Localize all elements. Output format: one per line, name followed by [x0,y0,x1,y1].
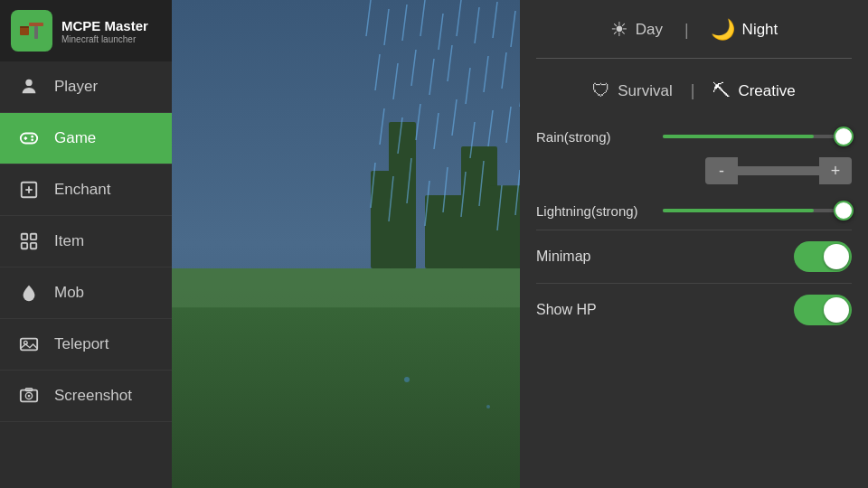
svg-point-7 [31,136,33,138]
svg-line-32 [366,0,371,36]
enchant-label: Enchant [54,181,110,199]
svg-line-81 [515,170,520,215]
svg-line-34 [402,5,407,41]
svg-line-51 [448,45,452,81]
rain-label: Rain(strong) [536,129,654,145]
sidebar-item-mob[interactable]: Mob [0,267,172,319]
survival-option[interactable]: 🛡 Survival [578,75,686,107]
svg-point-4 [25,80,32,86]
svg-rect-1 [29,23,43,26]
rain-fill [663,135,814,138]
item-label: Item [54,232,84,250]
grid-icon [16,229,42,254]
svg-line-67 [506,107,511,143]
svg-line-78 [461,172,466,217]
svg-rect-15 [31,234,36,239]
survival-creative-row: 🛡 Survival | ⛏ Creative [536,68,852,117]
svg-rect-28 [389,122,416,268]
svg-line-52 [466,68,470,104]
separator-1 [536,58,852,59]
logo-area: MCPE Master Minecraft launcher [0,0,172,61]
moon-icon: 🌙 [711,18,735,42]
sidebar-item-screenshot[interactable]: Screenshot [0,371,172,422]
svg-line-63 [434,113,439,149]
night-label: Night [742,21,778,39]
rain-slider[interactable] [663,127,852,146]
survival-label: Survival [618,82,672,100]
svg-line-49 [411,50,416,86]
svg-line-54 [502,52,506,89]
svg-line-76 [425,181,429,226]
rain-thumb[interactable] [834,127,854,146]
stepper-plus-button[interactable]: + [819,157,852,184]
svg-line-53 [484,56,488,92]
sidebar-item-item[interactable]: Item [0,216,172,267]
svg-line-64 [452,99,457,136]
svg-line-36 [439,14,443,50]
lightning-track [663,209,852,212]
lightning-label: Lightning(strong) [536,203,654,219]
creative-option[interactable]: ⛏ Creative [698,75,809,107]
app-subtitle: Minecraft launcher [61,34,148,44]
minimap-label: Minimap [536,249,794,265]
svg-rect-29 [425,195,479,268]
shield-icon: 🛡 [592,80,610,101]
svg-rect-30 [461,146,497,268]
day-night-row: ☀ Day | 🌙 Night [536,0,852,56]
svg-line-60 [380,108,384,145]
stepper-display [738,166,819,175]
svg-line-77 [443,167,448,212]
day-night-divider: | [681,21,693,40]
plus-box-icon [16,177,42,202]
lightning-thumb[interactable] [834,201,854,221]
picture-icon [16,332,42,357]
svg-line-50 [429,59,434,95]
rain-row: Rain(strong) [536,117,852,155]
app-title: MCPE Master [61,18,148,34]
svg-line-65 [470,122,475,158]
stepper-minus-button[interactable]: - [705,157,738,184]
minimap-row: Minimap [536,230,852,283]
svg-line-35 [420,0,425,36]
svg-line-37 [457,0,461,36]
drop-icon [16,280,42,305]
svg-rect-2 [34,26,38,39]
svg-rect-17 [31,243,36,249]
game-background [172,0,520,488]
lightning-slider[interactable] [663,201,852,221]
minimap-toggle-knob [824,244,849,269]
sidebar-item-player[interactable]: Player [0,61,172,113]
person-icon [16,74,42,99]
svg-line-74 [389,176,393,221]
svg-line-61 [398,117,402,154]
lightning-row: Lightning(strong) [536,192,852,230]
night-option[interactable]: 🌙 Night [693,13,797,47]
show-hp-label: Show HP [536,302,794,318]
svg-rect-27 [371,171,416,268]
show-hp-row: Show HP [536,283,852,336]
show-hp-toggle[interactable] [794,295,852,325]
svg-line-75 [407,158,411,203]
game-view [172,0,520,488]
svg-line-79 [479,161,484,206]
screenshot-icon [16,383,42,408]
svg-point-8 [31,138,33,141]
minimap-toggle[interactable] [794,241,852,272]
svg-line-40 [511,11,515,47]
creative-label: Creative [738,82,795,100]
pickaxe-icon: ⛏ [712,80,731,101]
svg-rect-18 [21,339,37,351]
sidebar-item-enchant[interactable]: Enchant [0,164,172,216]
svg-line-80 [497,185,502,230]
sun-icon: ☀ [610,18,628,42]
sidebar-item-teleport[interactable]: Teleport [0,319,172,371]
mob-label: Mob [54,284,84,302]
svg-line-47 [375,54,380,90]
sidebar-item-game[interactable]: Game [0,113,172,164]
svg-point-22 [28,395,31,398]
svg-line-38 [475,7,479,43]
svg-line-39 [493,2,497,38]
day-option[interactable]: ☀ Day [592,13,681,47]
rain-effect [172,0,520,488]
svg-rect-24 [172,0,520,488]
